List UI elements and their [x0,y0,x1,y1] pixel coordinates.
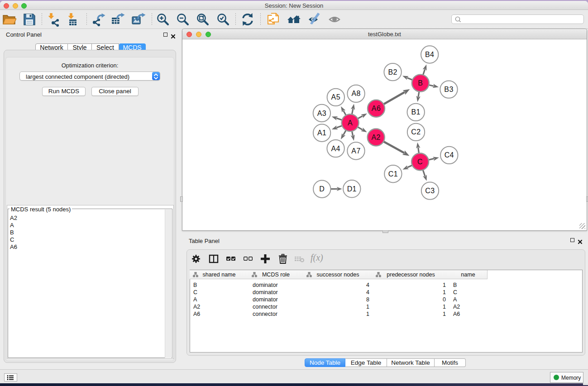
svg-text:A2: A2 [372,133,381,141]
svg-text:A5: A5 [331,93,340,101]
svg-text:B1: B1 [411,108,421,116]
svg-text:C: C [417,158,423,166]
svg-text:B: B [418,79,423,87]
svg-text:A8: A8 [351,90,360,97]
svg-text:B3: B3 [444,86,453,93]
svg-text:A7: A7 [351,147,360,155]
svg-text:A1: A1 [317,129,326,137]
svg-text:C2: C2 [411,128,421,136]
svg-text:C3: C3 [425,187,435,195]
svg-text:A3: A3 [317,110,326,117]
svg-text:A: A [348,119,353,127]
svg-text:D: D [319,185,325,193]
svg-text:B4: B4 [425,51,434,58]
svg-text:C4: C4 [445,151,454,159]
svg-text:D1: D1 [347,185,357,193]
svg-text:A6: A6 [372,105,381,112]
svg-text:A4: A4 [331,145,340,152]
svg-text:C1: C1 [388,170,398,178]
svg-text:B2: B2 [388,68,397,76]
